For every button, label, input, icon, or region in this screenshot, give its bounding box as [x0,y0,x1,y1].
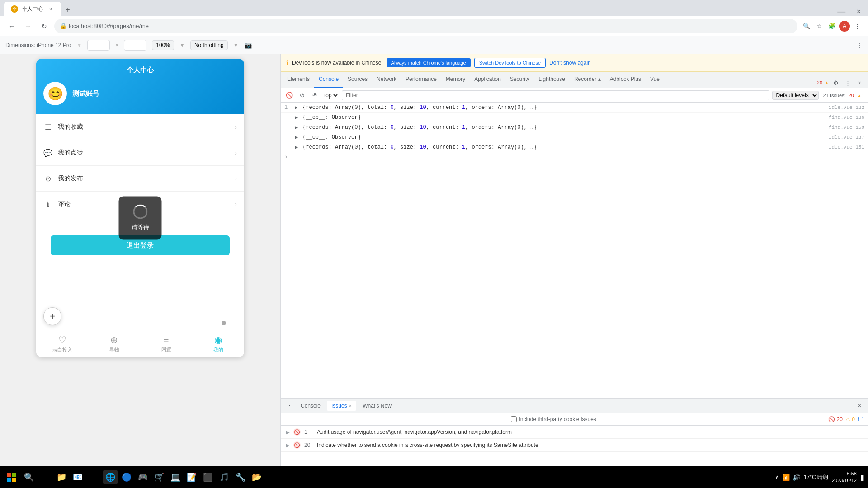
back-btn[interactable]: ← [5,20,18,33]
taskview-btn[interactable]: ⊞ [38,470,52,484]
tab-lighthouse[interactable]: Lighthouse [534,72,570,88]
expand-icon-1[interactable]: ▶ [295,105,298,110]
refresh-btn[interactable]: ↻ [38,20,51,33]
bottom-tab-console[interactable]: Console [296,401,325,411]
expand-icon-3[interactable]: ▶ [295,125,298,130]
level-select[interactable]: Default levels [772,91,819,100]
tray-up-arrow[interactable]: ∧ [775,474,779,481]
minimize-btn[interactable]: — [837,7,845,16]
console-line-4[interactable]: ▶ {__ob__: Observer} idle.vue:137 [281,132,868,142]
tab-sources[interactable]: Sources [343,72,372,88]
extra-btn[interactable]: 🔧 [233,470,248,484]
terminal-btn[interactable]: ⬛ [201,470,215,484]
nav-item-mine[interactable]: ◉ 我的 [192,330,244,357]
console-prompt[interactable]: › | [281,152,868,162]
devtools-settings-btn[interactable]: ⚙ [831,78,841,88]
office-btn[interactable]: 🅾 [87,470,101,484]
log-source-2[interactable]: find.vue:136 [829,115,864,120]
eye-btn[interactable]: 👁 [310,90,320,100]
filter-btn[interactable]: ⊘ [297,90,307,100]
expand-icon-4[interactable]: ▶ [295,135,298,140]
tab-elements[interactable]: Elements [283,72,314,88]
devtools-more-btn[interactable]: ⋮ [843,78,853,88]
height-input[interactable]: 844 [124,40,146,51]
console-line-1[interactable]: 1 ▶ {records: Array(0), total: 0, size: … [281,103,868,113]
tray-wifi-icon[interactable]: 📶 [782,474,790,481]
nav-item-biaobai[interactable]: ♡ 表白投入 [36,330,88,357]
maximize-btn[interactable]: □ [849,8,853,15]
new-tab-btn[interactable]: + [61,4,74,16]
address-bar[interactable]: 🔒 localhost:8080/#/pages/me/me [54,19,797,33]
tab-network[interactable]: Network [372,72,401,88]
cookies-checkbox-input[interactable] [511,416,517,422]
code-btn[interactable]: 📝 [184,470,199,484]
active-tab[interactable]: 个 个人中心 × [4,2,61,16]
outlook-btn[interactable]: 📧 [71,470,85,484]
capture-icon[interactable]: 📷 [244,42,252,49]
bottom-tab-whatsnew[interactable]: What's New [358,401,396,411]
tray-volume-icon[interactable]: 🔊 [793,474,800,481]
width-input[interactable]: 390 [87,40,110,51]
expand-icon-5[interactable]: ▶ [295,145,298,150]
bottom-panel-menu-btn[interactable]: ⋮ [284,401,294,411]
include-cookies-checkbox[interactable]: Include third-party cookie issues [511,416,596,422]
dev-btn[interactable]: 💻 [168,470,183,484]
file-manager-btn[interactable]: 📁 [54,470,69,484]
issue-item-1[interactable]: ▶ 🚫 1 Audit usage of navigator.userAgent… [281,426,868,439]
tab-performance[interactable]: Performance [401,72,441,88]
start-btn[interactable] [4,469,20,485]
zoom-btn[interactable]: 100% [152,40,174,50]
close-btn[interactable]: × [857,8,861,16]
bottom-panel-close-btn[interactable]: × [854,401,864,411]
search-icon[interactable]: 🔍 [801,21,812,32]
menu-item-posts[interactable]: ⊙ 我的发布 › [36,166,244,192]
menu-icon[interactable]: ⋮ [852,21,863,32]
tab-recorder[interactable]: Recorder ▴ [570,72,605,88]
banner-link-dismiss[interactable]: Don't show again [549,60,591,66]
issues-tab-close[interactable]: × [349,403,352,408]
forward-btn[interactable]: → [22,20,34,33]
edge-btn[interactable]: 🌐 [103,470,118,484]
expand-icon-2[interactable]: ▶ [295,115,298,120]
context-select[interactable]: top [322,92,339,99]
store-btn[interactable]: 🛒 [152,470,166,484]
tab-security[interactable]: Security [505,72,534,88]
nav-item-xunwu[interactable]: ⊕ 寻物 [88,330,140,357]
issue-item-2[interactable]: ▶ 🚫 20 Indicate whether to send a cookie… [281,439,868,452]
console-line-2[interactable]: ▶ {__ob__: Observer} find.vue:136 [281,113,868,122]
console-line-5[interactable]: ▶ {records: Array(0), total: 0, size: 10… [281,142,868,152]
banner-btn-match[interactable]: Always match Chrome's language [387,58,471,67]
clock[interactable]: 6:58 2023/10/12 [832,470,857,484]
issue-expand-2[interactable]: ▶ [286,443,290,448]
log-source-4[interactable]: idle.vue:137 [829,135,864,140]
tab-vue[interactable]: Vue [646,72,664,88]
tab-close-btn[interactable]: × [47,5,54,13]
bookmark-icon[interactable]: ☆ [814,21,825,32]
tab-memory[interactable]: Memory [441,72,470,88]
log-source-5[interactable]: idle.vue:151 [829,145,864,150]
search-taskbar-btn[interactable]: 🔍 [22,470,36,484]
tab-application[interactable]: Application [470,72,505,88]
chrome-btn[interactable]: 🔵 [119,470,134,484]
tab-console[interactable]: Console [314,72,343,88]
more-icon[interactable]: ⋮ [856,42,863,49]
float-add-btn[interactable]: + [43,307,61,325]
log-source-1[interactable]: idle.vue:122 [829,105,864,110]
profile-icon[interactable]: A [839,21,850,32]
devtools-close-btn[interactable]: × [854,78,864,88]
console-line-3[interactable]: ▶ {records: Array(0), total: 0, size: 10… [281,122,868,132]
extension-icon[interactable]: 🧩 [826,21,837,32]
bottom-tab-issues[interactable]: Issues × [327,401,356,411]
show-desktop-btn[interactable]: ▮ [860,473,864,482]
game-btn[interactable]: 🎮 [136,470,150,484]
menu-item-favorites[interactable]: ☰ 我的收藏 › [36,114,244,140]
menu-item-likes[interactable]: 💬 我的点赞 › [36,140,244,166]
throttle-btn[interactable]: No throttling [190,40,228,50]
music-btn[interactable]: 🎵 [217,470,231,484]
nav-item-xianzhi[interactable]: ≡ 闲置 [140,330,192,357]
filter-input[interactable] [342,90,769,100]
clear-btn[interactable]: 🚫 [284,90,294,100]
log-source-3[interactable]: find.vue:150 [829,125,864,130]
issue-expand-1[interactable]: ▶ [286,430,290,435]
banner-btn-switch[interactable]: Switch DevTools to Chinese [474,58,546,68]
